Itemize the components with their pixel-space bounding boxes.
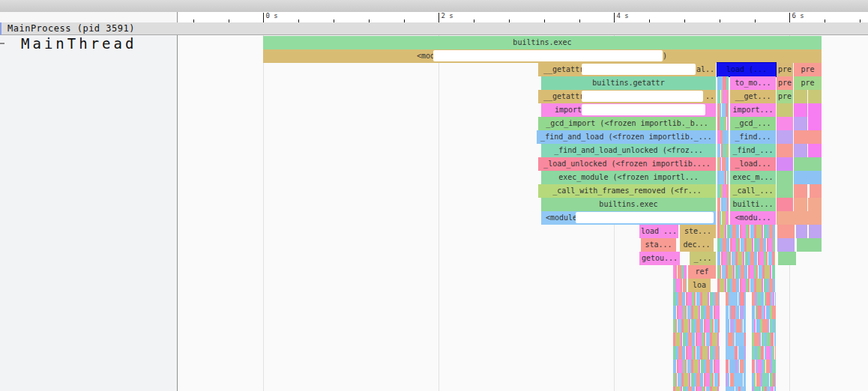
- flame-bar[interactable]: builtins.getattr: [541, 76, 716, 90]
- flame-bar-thin[interactable]: [684, 265, 687, 279]
- flame-bar[interactable]: [808, 198, 822, 211]
- flame-bar[interactable]: to_mo...: [730, 76, 776, 90]
- flame-bar-thin[interactable]: [738, 252, 743, 265]
- flame-bar-thin[interactable]: [759, 333, 761, 346]
- flame-bar-thin[interactable]: [685, 306, 687, 319]
- flame-bar-thin[interactable]: [728, 157, 729, 171]
- flame-bar-thin[interactable]: [726, 238, 729, 252]
- flame-bar[interactable]: [794, 157, 822, 171]
- flame-bar-thin[interactable]: [773, 238, 775, 252]
- flame-bar[interactable]: [794, 90, 807, 103]
- flame-bar-thin[interactable]: [756, 265, 758, 279]
- flame-bar[interactable]: [777, 211, 822, 225]
- flame-bar-thin[interactable]: [700, 373, 703, 387]
- flame-bar[interactable]: <module> (: [541, 211, 716, 225]
- flame-bar-thin[interactable]: [735, 292, 738, 306]
- flame-bar-thin[interactable]: [744, 292, 746, 306]
- flame-bar[interactable]: [794, 144, 807, 157]
- flame-bar[interactable]: pre: [794, 76, 822, 90]
- flame-bar-thin[interactable]: [764, 306, 765, 319]
- flame-bar-thin[interactable]: [770, 265, 771, 279]
- flame-bar-thin[interactable]: [728, 211, 729, 225]
- flame-bar[interactable]: _load_unlocked (<frozen importlib....: [538, 157, 716, 171]
- flame-bar[interactable]: __getattr_al...: [538, 63, 716, 76]
- flame-bar[interactable]: pre: [777, 90, 793, 103]
- flame-bar-thin[interactable]: [681, 279, 682, 292]
- flame-bar-thin[interactable]: [702, 346, 708, 360]
- flame-bar-thin[interactable]: [675, 333, 681, 346]
- flame-bar[interactable]: [777, 157, 793, 171]
- flame-bar-thin[interactable]: [744, 306, 746, 319]
- flame-bar-thin[interactable]: [719, 346, 720, 360]
- flame-bar-thin[interactable]: [754, 319, 756, 333]
- flame-bar[interactable]: [777, 171, 793, 184]
- flame-bar-thin[interactable]: [728, 373, 729, 387]
- flame-bar[interactable]: import_: [541, 103, 716, 117]
- flame-bar-thin[interactable]: [720, 103, 721, 117]
- flame-bar-thin[interactable]: [766, 252, 768, 265]
- flame-bar-thin[interactable]: [772, 306, 776, 319]
- flame-bar-thin[interactable]: [773, 279, 775, 292]
- flame-bar-thin[interactable]: [762, 279, 763, 292]
- flame-bar-thin[interactable]: [717, 198, 720, 211]
- flame-bar-thin[interactable]: [689, 319, 690, 333]
- flame-bar[interactable]: [794, 103, 807, 117]
- flame-bar[interactable]: exec_m...: [730, 171, 776, 184]
- flame-bar-thin[interactable]: [754, 373, 756, 387]
- flame-bar[interactable]: [794, 171, 822, 184]
- flame-bar[interactable]: dec...: [680, 238, 714, 252]
- flame-bar-thin[interactable]: [762, 225, 763, 238]
- flame-bar[interactable]: _find_and_load (<frozen importlib._...: [537, 130, 716, 144]
- flame-bar-thin[interactable]: [772, 360, 776, 373]
- flame-bar-thin[interactable]: [744, 387, 746, 391]
- flame-bar[interactable]: [796, 225, 807, 238]
- flame-bar-thin[interactable]: [717, 144, 720, 157]
- flame-bar-thin[interactable]: [725, 225, 726, 238]
- flame-bar-thin[interactable]: [727, 90, 729, 103]
- flame-bar-thin[interactable]: [720, 117, 725, 130]
- flame-bar-thin[interactable]: [675, 279, 681, 292]
- flame-bar-thin[interactable]: [726, 306, 729, 319]
- flame-bar-thin[interactable]: [773, 225, 775, 238]
- flame-bar-thin[interactable]: [694, 346, 696, 360]
- flame-bar-thin[interactable]: [704, 387, 705, 391]
- flame-bar[interactable]: load ...: [639, 225, 678, 238]
- flame-bar-thin[interactable]: [744, 333, 746, 346]
- flame-bar-thin[interactable]: [768, 319, 769, 333]
- flame-bar-thin[interactable]: [684, 319, 689, 333]
- flame-bar[interactable]: builtins.exec: [263, 36, 822, 49]
- flame-bar-thin[interactable]: [702, 292, 708, 306]
- flame-bar-thin[interactable]: [775, 319, 776, 333]
- flame-bar-thin[interactable]: [712, 387, 717, 391]
- flame-bar-thin[interactable]: [774, 252, 775, 265]
- flame-bar-thin[interactable]: [741, 373, 743, 387]
- flame-bar-thin[interactable]: [684, 373, 689, 387]
- flame-bar-thin[interactable]: [681, 333, 682, 346]
- flame-bar-thin[interactable]: [773, 346, 774, 360]
- panel-divider[interactable]: [177, 12, 178, 391]
- thread-label[interactable]: MainThread: [21, 35, 136, 52]
- flame-bar[interactable]: <mod): [263, 49, 822, 63]
- flame-bar-thin[interactable]: [761, 292, 764, 306]
- flame-bar-thin[interactable]: [681, 387, 682, 391]
- flame-bar-thin[interactable]: [727, 171, 729, 184]
- flame-bar-thin[interactable]: [748, 225, 750, 238]
- flame-bar-thin[interactable]: [685, 360, 687, 373]
- flame-bar[interactable]: builti...: [730, 198, 776, 211]
- flame-bar-thin[interactable]: [718, 319, 720, 333]
- flame-bar-thin[interactable]: [692, 333, 695, 346]
- flame-bar[interactable]: _find_...: [730, 144, 776, 157]
- flame-bar-selected[interactable]: load (...: [717, 63, 776, 76]
- flame-bar-thin[interactable]: [719, 292, 720, 306]
- flame-bar-thin[interactable]: [720, 279, 725, 292]
- flame-bar[interactable]: [777, 184, 793, 198]
- flame-bar[interactable]: __get...: [730, 90, 776, 103]
- flame-bar[interactable]: __getattr_..: [538, 90, 716, 103]
- flame-bar-thin[interactable]: [775, 292, 776, 306]
- flame-bar-thin[interactable]: [717, 333, 719, 346]
- flame-bar[interactable]: [797, 238, 822, 252]
- flame-bar-thin[interactable]: [710, 360, 713, 373]
- flame-bar-thin[interactable]: [752, 306, 755, 319]
- flame-bar-thin[interactable]: [728, 265, 733, 279]
- flame-bar-thin[interactable]: [718, 373, 720, 387]
